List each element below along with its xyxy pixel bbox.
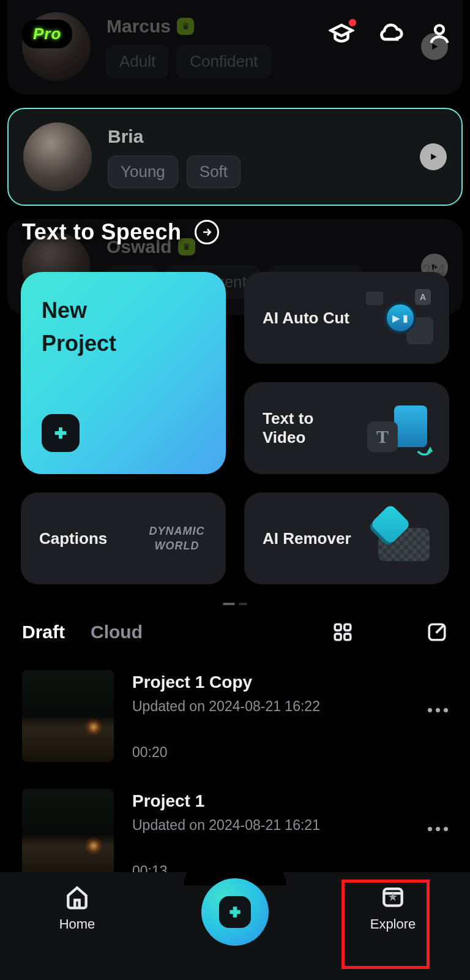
more-options-button[interactable] (428, 708, 448, 712)
remover-icon (370, 513, 431, 564)
captions-button[interactable]: Captions DYNAMIC WORLD (21, 492, 226, 584)
tab-cloud[interactable]: Cloud (91, 622, 143, 643)
ai-remover-button[interactable]: AI Remover (244, 492, 449, 584)
voice-card-bria[interactable]: Bria Young Soft (7, 108, 463, 206)
ai-auto-cut-button[interactable]: AI Auto Cut A ▶ ▮ (244, 272, 449, 364)
draft-updated: Updated on 2024-08-21 16:22 (132, 698, 448, 715)
draft-updated: Updated on 2024-08-21 16:21 (132, 817, 448, 834)
library-tabs: Draft Cloud (22, 621, 448, 643)
nav-home[interactable]: Home (40, 883, 114, 932)
draft-title: Project 1 Copy (132, 673, 448, 692)
draft-item[interactable]: Project 1 Copy Updated on 2024-08-21 16:… (22, 670, 448, 762)
plus-icon (219, 896, 251, 928)
create-button[interactable] (201, 878, 269, 946)
draft-title: Project 1 (132, 791, 448, 811)
plus-icon (42, 414, 80, 452)
grid-view-icon[interactable] (332, 621, 354, 643)
arrow-right-icon (195, 220, 219, 244)
new-project-button[interactable]: New Project (21, 272, 226, 474)
notification-dot (349, 19, 356, 26)
new-project-label: New Project (42, 294, 116, 360)
pager-indicator (0, 603, 470, 605)
section-title: Text to Speech (22, 219, 181, 245)
draft-thumbnail (22, 670, 114, 762)
section-header-tts[interactable]: Text to Speech (22, 219, 219, 245)
cloud-icon[interactable] (377, 20, 404, 47)
edit-list-icon[interactable] (426, 621, 448, 643)
svg-rect-3 (335, 634, 341, 640)
svg-rect-1 (335, 624, 341, 630)
tab-draft[interactable]: Draft (22, 622, 65, 643)
auto-cut-icon: A ▶ ▮ (370, 293, 431, 343)
text-to-video-button[interactable]: Text to Video T (244, 382, 449, 474)
svg-point-0 (435, 25, 444, 34)
more-options-button[interactable] (428, 827, 448, 831)
svg-rect-4 (345, 634, 351, 640)
svg-rect-2 (345, 624, 351, 630)
nav-explore[interactable]: Explore (356, 883, 430, 932)
tutorial-icon[interactable] (328, 20, 355, 47)
pro-badge[interactable]: Pro (22, 20, 72, 48)
draft-duration: 00:20 (132, 744, 448, 761)
draft-thumbnail (22, 789, 114, 881)
text-to-video-icon: T (370, 403, 431, 453)
voice-card-marcus[interactable]: Marcus ♛ Adult Confident (7, 0, 463, 94)
profile-icon[interactable] (426, 20, 453, 47)
captions-icon: DYNAMIC WORLD (146, 513, 207, 564)
